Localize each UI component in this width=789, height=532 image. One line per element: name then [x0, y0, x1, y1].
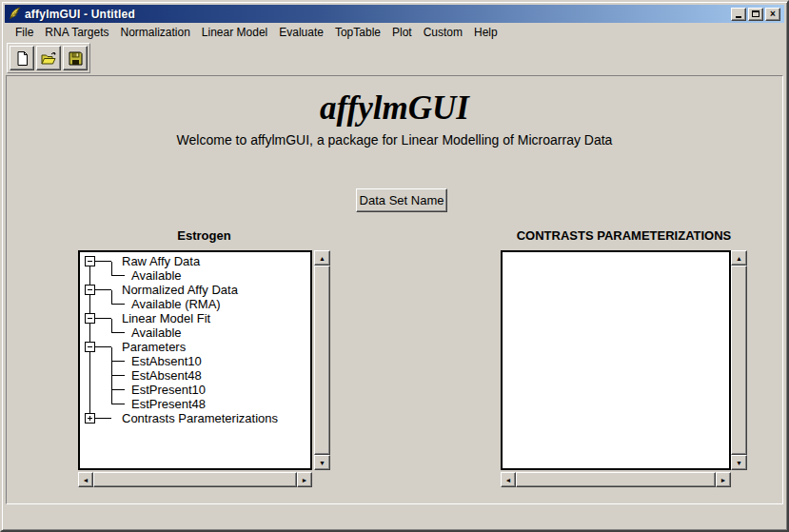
menu-item-file[interactable]: File [10, 25, 39, 40]
menu-item-custom[interactable]: Custom [418, 25, 468, 40]
app-subtitle: Welcome to affylmGUI, a package for Line… [7, 132, 782, 148]
scroll-up-button[interactable]: ▲ [314, 250, 330, 266]
scroll-right-button[interactable]: ► [716, 472, 731, 487]
new-file-icon [14, 50, 30, 67]
menu-item-normalization[interactable]: Normalization [115, 25, 196, 40]
tree-item-available[interactable]: Available [131, 268, 182, 283]
tree-item-contrasts-parameterizations[interactable]: Contrasts Parameterizations [122, 411, 278, 425]
menu-item-rna-targets[interactable]: RNA Targets [39, 25, 114, 40]
scroll-left-icon: ◄ [83, 477, 89, 483]
window-title: affylmGUI - Untitled [25, 8, 731, 21]
open-file-button[interactable] [36, 46, 61, 70]
left-horizontal-scrollbar[interactable]: ◄ ► [78, 472, 312, 487]
window-controls: × [731, 8, 780, 21]
scroll-up-icon: ▲ [319, 255, 325, 262]
scroll-right-icon: ► [302, 477, 308, 483]
scroll-left-button[interactable]: ◄ [501, 472, 516, 487]
menu-item-help[interactable]: Help [468, 25, 503, 40]
estrogen-tree: Raw Affy DataAvailableNormalized Affy Da… [80, 252, 310, 468]
tree-item-linear-model-fit[interactable]: Linear Model Fit [122, 311, 210, 325]
main-content: affylmGUI Welcome to affylmGUI, a packag… [6, 75, 783, 504]
tree-item-raw-affy-data[interactable]: Raw Affy Data [122, 254, 200, 268]
scroll-down-button[interactable]: ▼ [731, 455, 747, 470]
contrasts-listbox[interactable] [501, 250, 731, 470]
scroll-left-icon: ◄ [505, 477, 512, 483]
app-title: affylmGUI [7, 89, 782, 128]
right-vertical-scrollbar[interactable]: ▲ ▼ [731, 250, 747, 470]
tree-item-estabsent48[interactable]: EstAbsent48 [131, 368, 202, 383]
save-file-button[interactable] [63, 46, 88, 70]
data-set-name-button[interactable]: Data Set Name [356, 188, 447, 212]
app-window: affylmGUI - Untitled × File RNA Targets … [0, 0, 789, 532]
scrollbar-thumb[interactable] [314, 266, 330, 455]
scrollbar-thumb[interactable] [516, 472, 716, 487]
maximize-button[interactable] [748, 8, 763, 21]
menu-bar: File RNA Targets Normalization Linear Mo… [6, 24, 783, 40]
menu-item-linear-model[interactable]: Linear Model [196, 25, 273, 40]
close-button[interactable]: × [765, 8, 780, 21]
menu-item-evaluate[interactable]: Evaluate [273, 25, 329, 40]
tree-item-parameters[interactable]: Parameters [122, 340, 186, 354]
close-icon: × [770, 10, 776, 19]
tree-item-estpresent48[interactable]: EstPresent48 [131, 397, 206, 411]
scroll-right-icon: ► [720, 477, 727, 483]
menu-item-plot[interactable]: Plot [386, 25, 418, 40]
scrollbar-thumb[interactable] [731, 266, 747, 455]
scroll-down-icon: ▼ [319, 460, 325, 466]
estrogen-listbox[interactable]: Raw Affy DataAvailableNormalized Affy Da… [78, 250, 312, 470]
minimize-icon [736, 16, 741, 18]
app-feather-icon [8, 7, 22, 21]
tree-item-available-rma-[interactable]: Available (RMA) [131, 297, 221, 311]
right-horizontal-scrollbar[interactable]: ◄ ► [501, 472, 731, 487]
new-file-button[interactable] [10, 46, 34, 70]
scrollbar-thumb[interactable] [93, 472, 297, 487]
menu-item-toptable[interactable]: TopTable [329, 25, 386, 40]
tree-item-normalized-affy-data[interactable]: Normalized Affy Data [122, 283, 238, 297]
toolbar [7, 43, 90, 73]
scroll-left-button[interactable]: ◄ [78, 472, 93, 487]
scroll-up-icon: ▲ [736, 255, 742, 262]
scroll-right-button[interactable]: ► [297, 472, 312, 487]
scroll-down-icon: ▼ [736, 460, 742, 466]
tree-item-available[interactable]: Available [131, 325, 182, 340]
scroll-up-button[interactable]: ▲ [731, 250, 747, 266]
left-panel-title: Estrogen [78, 228, 330, 244]
open-folder-icon [40, 50, 57, 67]
title-bar: affylmGUI - Untitled × [5, 5, 784, 23]
left-vertical-scrollbar[interactable]: ▲ ▼ [314, 250, 330, 470]
maximize-icon [752, 10, 759, 17]
right-panel-title: CONTRASTS PARAMETERIZATIONS [501, 228, 747, 244]
save-floppy-icon [68, 50, 84, 67]
minimize-button[interactable] [731, 8, 746, 21]
tree-item-estpresent10[interactable]: EstPresent10 [131, 383, 206, 397]
tree-item-estabsent10[interactable]: EstAbsent10 [131, 354, 202, 368]
scroll-down-button[interactable]: ▼ [314, 455, 330, 470]
